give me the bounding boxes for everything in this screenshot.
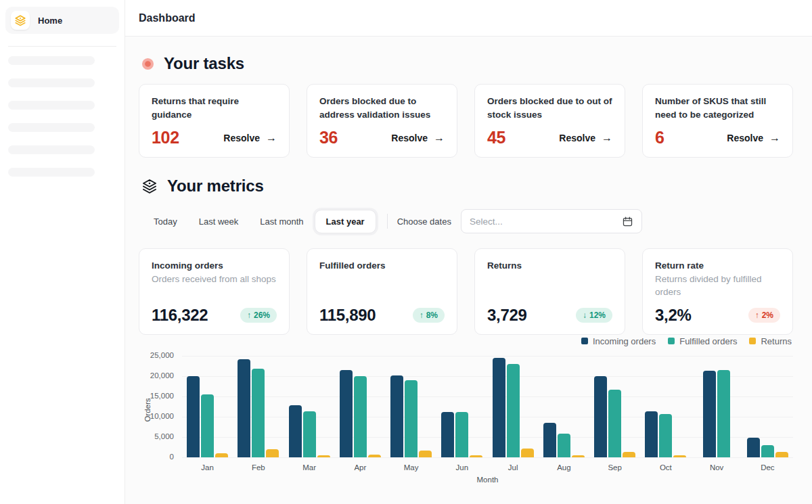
tasks-section-header: Your tasks bbox=[141, 54, 793, 73]
metric-trend-badge: ↑8% bbox=[413, 308, 445, 323]
chart-month-group: Jul bbox=[488, 356, 539, 473]
metric-card-subtitle: Orders received from all shops bbox=[152, 273, 277, 286]
task-card-title: Orders blocked due to address validation… bbox=[319, 95, 445, 121]
x-tick-label: Oct bbox=[640, 463, 691, 473]
resolve-button[interactable]: Resolve→ bbox=[727, 133, 780, 143]
sidebar-skeleton-bar bbox=[8, 145, 95, 154]
filter-today[interactable]: Today bbox=[143, 210, 188, 233]
sidebar-item-home[interactable]: Home bbox=[5, 7, 119, 34]
task-card-title: Orders blocked due to out of stock issue… bbox=[487, 95, 612, 121]
resolve-button-label: Resolve bbox=[559, 133, 595, 143]
filter-last-month[interactable]: Last month bbox=[249, 210, 314, 233]
sidebar-skeleton-bar bbox=[8, 78, 95, 87]
task-card-title: Number of SKUS that still need to be cat… bbox=[655, 95, 780, 121]
metric-card-title: Incoming orders bbox=[152, 259, 277, 273]
choose-dates-label: Choose dates bbox=[397, 216, 451, 227]
resolve-button[interactable]: Resolve→ bbox=[391, 133, 445, 143]
bar-returns bbox=[572, 455, 585, 457]
x-tick-label: Apr bbox=[335, 463, 386, 473]
legend-item-returns[interactable]: Returns bbox=[749, 336, 792, 346]
chart-month-group: Mar bbox=[284, 356, 335, 473]
legend-label: Incoming orders bbox=[593, 336, 656, 346]
app-window: Home Dashboard Your tasks Returns that r… bbox=[0, 0, 812, 504]
x-tick-label: Jan bbox=[182, 463, 233, 473]
x-tick-label: Sep bbox=[589, 463, 640, 473]
metrics-filters: TodayLast weekLast monthLast year bbox=[143, 210, 376, 233]
legend-swatch bbox=[668, 338, 675, 344]
chart-month-group: May bbox=[386, 356, 436, 473]
metric-card-bottom: 116,322↑26% bbox=[152, 306, 277, 325]
metric-value: 3,729 bbox=[487, 306, 527, 325]
task-card-bottom: 45Resolve→ bbox=[487, 128, 612, 147]
x-tick-label: Dec bbox=[742, 463, 793, 473]
metric-card-header: Returns bbox=[487, 259, 612, 273]
legend-label: Fulfilled orders bbox=[679, 336, 737, 346]
task-count: 102 bbox=[152, 128, 179, 147]
bar-fulfilled-orders bbox=[659, 414, 672, 457]
metric-card-header: Return rateReturns divided by fulfilled … bbox=[655, 259, 780, 299]
resolve-button[interactable]: Resolve→ bbox=[223, 133, 277, 143]
bar-incoming-orders bbox=[238, 359, 250, 457]
chart-month-group: Nov bbox=[692, 356, 742, 473]
orders-chart-section: Incoming ordersFulfilled ordersReturns O… bbox=[139, 336, 793, 484]
chart-month-group: Jun bbox=[436, 356, 487, 473]
x-tick-label: Jun bbox=[436, 463, 487, 473]
bar-fulfilled-orders bbox=[455, 412, 468, 457]
chart-bars bbox=[233, 356, 284, 457]
metric-card-subtitle: Returns divided by fulfilled orders bbox=[655, 273, 780, 299]
sidebar-item-home-label: Home bbox=[38, 16, 62, 26]
chart-month-group: Feb bbox=[233, 356, 284, 473]
legend-item-incoming-orders[interactable]: Incoming orders bbox=[581, 336, 656, 346]
filter-last-year[interactable]: Last year bbox=[315, 210, 376, 233]
bar-incoming-orders bbox=[543, 423, 556, 457]
legend-swatch bbox=[581, 338, 588, 344]
metric-card: Return rateReturns divided by fulfilled … bbox=[642, 248, 793, 335]
filter-last-week[interactable]: Last week bbox=[188, 210, 250, 233]
content-area: Your tasks Returns that require guidance… bbox=[125, 37, 812, 504]
chart-bar-groups: JanFebMarAprMayJunJulAugSepOctNovDec bbox=[182, 356, 793, 473]
metric-card-title: Return rate bbox=[655, 259, 780, 273]
chart-bars bbox=[386, 356, 436, 457]
chart-bars bbox=[692, 356, 742, 457]
bar-returns bbox=[368, 455, 381, 457]
x-tick-label: Mar bbox=[284, 463, 335, 473]
tasks-dot-icon bbox=[141, 58, 154, 70]
bar-returns bbox=[215, 453, 228, 457]
bar-incoming-orders bbox=[645, 411, 658, 457]
bar-incoming-orders bbox=[747, 438, 760, 457]
badge-percent: 8% bbox=[426, 311, 438, 320]
metric-trend-badge: ↓12% bbox=[576, 308, 612, 323]
x-tick-label: Jul bbox=[488, 463, 539, 473]
metric-value: 116,322 bbox=[152, 306, 208, 325]
bar-incoming-orders bbox=[390, 375, 403, 457]
badge-percent: 26% bbox=[254, 311, 270, 320]
metrics-grid: Incoming ordersOrders received from all … bbox=[139, 248, 793, 335]
chart-bars bbox=[640, 356, 691, 457]
task-count: 6 bbox=[655, 128, 664, 147]
resolve-button[interactable]: Resolve→ bbox=[559, 133, 612, 143]
chart-bars bbox=[436, 356, 487, 457]
bar-incoming-orders bbox=[493, 358, 505, 457]
legend-item-fulfilled-orders[interactable]: Fulfilled orders bbox=[668, 336, 737, 346]
bar-returns bbox=[673, 455, 686, 457]
task-card-bottom: 6Resolve→ bbox=[655, 128, 780, 147]
chart-plot-area: JanFebMarAprMayJunJulAugSepOctNovDec bbox=[182, 356, 793, 473]
arrow-up-icon: ↑ bbox=[755, 311, 759, 320]
chart-bars bbox=[742, 356, 793, 457]
metric-card-title: Returns bbox=[487, 259, 612, 273]
chart-bars bbox=[284, 356, 335, 457]
arrow-up-icon: ↑ bbox=[247, 311, 251, 320]
chart-bars bbox=[335, 356, 386, 457]
bar-fulfilled-orders bbox=[717, 370, 730, 457]
resolve-button-label: Resolve bbox=[223, 133, 260, 143]
page-title: Dashboard bbox=[139, 12, 196, 24]
metric-card-bottom: 3,2%↑2% bbox=[655, 306, 780, 325]
bar-incoming-orders bbox=[289, 405, 302, 457]
badge-percent: 2% bbox=[762, 311, 773, 320]
filter-divider bbox=[387, 214, 388, 229]
task-card-title: Returns that require guidance bbox=[152, 95, 277, 121]
chart-bars bbox=[488, 356, 539, 457]
metric-card: Fulfilled orders115,890↑8% bbox=[307, 248, 457, 335]
metrics-section-title: Your metrics bbox=[167, 177, 264, 196]
date-range-select[interactable]: Select... bbox=[461, 209, 642, 233]
